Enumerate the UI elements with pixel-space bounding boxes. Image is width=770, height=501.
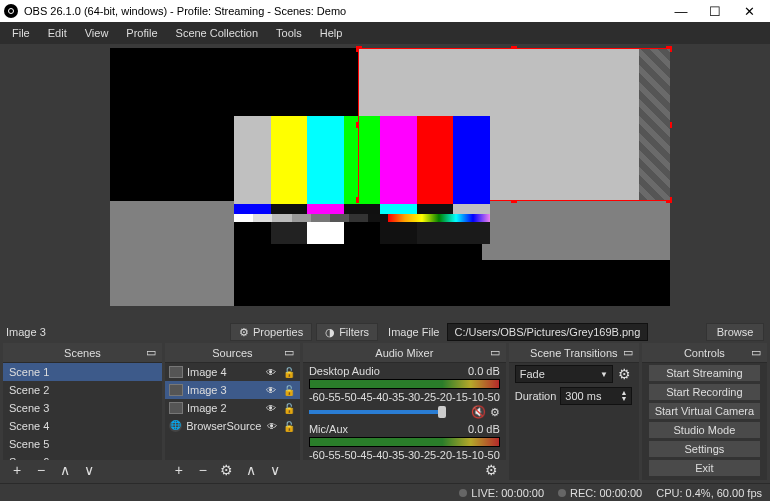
remove-source-button[interactable]: −: [195, 462, 211, 478]
scene-item[interactable]: Scene 6: [3, 453, 162, 460]
menu-file[interactable]: File: [4, 24, 38, 42]
file-path-input[interactable]: C:/Users/OBS/Pictures/Grey169B.png: [447, 323, 648, 341]
lock-toggle[interactable]: 🔓: [283, 421, 296, 432]
titlebar: OBS 26.1.0 (64-bit, windows) - Profile: …: [0, 0, 770, 22]
sources-title: Sources: [212, 347, 252, 359]
browse-button[interactable]: Browse: [706, 323, 764, 341]
chevron-down-icon: ▼: [600, 370, 608, 379]
sources-footer: + − ⚙ ∧ ∨: [165, 460, 300, 480]
menu-bar: FileEditViewProfileScene CollectionTools…: [0, 22, 770, 44]
browser-icon: 🌐: [169, 420, 182, 432]
visibility-toggle[interactable]: 👁: [264, 385, 278, 396]
scene-down-button[interactable]: ∨: [81, 462, 97, 478]
menu-tools[interactable]: Tools: [268, 24, 310, 42]
source-name: BrowserSource: [186, 420, 261, 432]
grey-layer-2: [110, 201, 234, 306]
scene-item[interactable]: Scene 3: [3, 399, 162, 417]
visibility-toggle[interactable]: 👁: [265, 421, 278, 432]
sources-list[interactable]: Image 4👁🔓Image 3👁🔓Image 2👁🔓🌐BrowserSourc…: [165, 363, 300, 460]
preview-canvas[interactable]: [110, 48, 670, 306]
filters-button[interactable]: ◑ Filters: [316, 323, 378, 341]
source-name: Image 3: [187, 384, 260, 396]
controls-header[interactable]: Controls ▭: [642, 343, 767, 363]
scene-up-button[interactable]: ∧: [57, 462, 73, 478]
gear-icon: ⚙: [239, 326, 249, 339]
undock-icon[interactable]: ▭: [144, 346, 158, 360]
menu-view[interactable]: View: [77, 24, 117, 42]
undock-icon[interactable]: ▭: [749, 346, 763, 360]
cpu-text: CPU: 0.4%, 60.00 fps: [656, 487, 762, 499]
mixer-body: Desktop Audio0.0 dB -60-55-50-45-40-35-3…: [303, 363, 506, 460]
source-toolbar: Image 3 ⚙ Properties ◑ Filters Image Fil…: [0, 321, 770, 343]
source-settings-button[interactable]: ⚙: [219, 462, 235, 478]
scenes-header[interactable]: Scenes ▭: [3, 343, 162, 363]
properties-button[interactable]: ⚙ Properties: [230, 323, 312, 341]
add-scene-button[interactable]: +: [9, 462, 25, 478]
file-label: Image File: [388, 326, 439, 338]
menu-scene-collection[interactable]: Scene Collection: [168, 24, 267, 42]
channel-name: Desktop Audio: [309, 365, 380, 377]
source-name: Image 2: [187, 402, 260, 414]
source-item[interactable]: 🌐BrowserSource👁🔓: [165, 417, 300, 435]
duration-label: Duration: [515, 390, 557, 402]
mute-button[interactable]: 🔇: [471, 405, 486, 419]
transition-select[interactable]: Fade ▼: [515, 365, 613, 383]
sources-header[interactable]: Sources ▭: [165, 343, 300, 363]
exit-button[interactable]: Exit: [648, 459, 761, 477]
source-item[interactable]: Image 2👁🔓: [165, 399, 300, 417]
start-recording-button[interactable]: Start Recording: [648, 383, 761, 401]
source-item[interactable]: Image 4👁🔓: [165, 363, 300, 381]
visibility-toggle[interactable]: 👁: [264, 367, 278, 378]
start-streaming-button[interactable]: Start Streaming: [648, 364, 761, 382]
status-rec: REC: 00:00:00: [558, 487, 642, 499]
transitions-title: Scene Transitions: [530, 347, 617, 359]
controls-title: Controls: [684, 347, 725, 359]
scenes-title: Scenes: [64, 347, 101, 359]
transition-settings-button[interactable]: ⚙: [617, 366, 633, 382]
meter-ticks: -60-55-50-45-40-35-30-25-20-15-10-50: [309, 449, 500, 460]
scene-item[interactable]: Scene 2: [3, 381, 162, 399]
mixer-header[interactable]: Audio Mixer ▭: [303, 343, 506, 363]
start-virtual-camera-button[interactable]: Start Virtual Camera: [648, 402, 761, 420]
source-item[interactable]: Image 3👁🔓: [165, 381, 300, 399]
menu-profile[interactable]: Profile: [118, 24, 165, 42]
menu-edit[interactable]: Edit: [40, 24, 75, 42]
scene-item[interactable]: Scene 4: [3, 417, 162, 435]
mixer-panel: Audio Mixer ▭ Desktop Audio0.0 dB -60-55…: [303, 343, 506, 480]
scenes-panel: Scenes ▭ Scene 1Scene 2Scene 3Scene 4Sce…: [3, 343, 162, 480]
undock-icon[interactable]: ▭: [488, 346, 502, 360]
duration-input[interactable]: 300 ms ▲▼: [560, 387, 632, 405]
minimize-button[interactable]: —: [664, 0, 698, 22]
undock-icon[interactable]: ▭: [282, 346, 296, 360]
lock-toggle[interactable]: 🔓: [282, 367, 296, 378]
scenes-footer: + − ∧ ∨: [3, 460, 162, 480]
spinner-icon[interactable]: ▲▼: [620, 390, 627, 402]
rec-text: REC: 00:00:00: [570, 487, 642, 499]
visibility-toggle[interactable]: 👁: [264, 403, 278, 414]
volume-slider[interactable]: [309, 410, 467, 414]
lock-toggle[interactable]: 🔓: [282, 385, 296, 396]
duration-value: 300 ms: [565, 390, 601, 402]
preview-area[interactable]: [0, 44, 770, 321]
studio-mode-button[interactable]: Studio Mode: [648, 421, 761, 439]
scene-item[interactable]: Scene 5: [3, 435, 162, 453]
source-up-button[interactable]: ∧: [243, 462, 259, 478]
remove-scene-button[interactable]: −: [33, 462, 49, 478]
dock-panels: Scenes ▭ Scene 1Scene 2Scene 3Scene 4Sce…: [0, 343, 770, 483]
transitions-header[interactable]: Scene Transitions ▭: [509, 343, 639, 363]
maximize-button[interactable]: ☐: [698, 0, 732, 22]
transitions-body: Fade ▼ ⚙ Duration 300 ms ▲▼: [509, 363, 639, 480]
menu-help[interactable]: Help: [312, 24, 351, 42]
window-title: OBS 26.1.0 (64-bit, windows) - Profile: …: [24, 5, 664, 17]
scene-item[interactable]: Scene 1: [3, 363, 162, 381]
undock-icon[interactable]: ▭: [621, 346, 635, 360]
close-button[interactable]: ✕: [732, 0, 766, 22]
add-source-button[interactable]: +: [171, 462, 187, 478]
settings-button[interactable]: Settings: [648, 440, 761, 458]
lock-toggle[interactable]: 🔓: [282, 403, 296, 414]
source-down-button[interactable]: ∨: [267, 462, 283, 478]
scenes-list[interactable]: Scene 1Scene 2Scene 3Scene 4Scene 5Scene…: [3, 363, 162, 460]
channel-settings-button[interactable]: ⚙: [490, 406, 500, 419]
app-logo-icon: [4, 4, 18, 18]
mixer-settings-button[interactable]: ⚙: [484, 462, 500, 478]
